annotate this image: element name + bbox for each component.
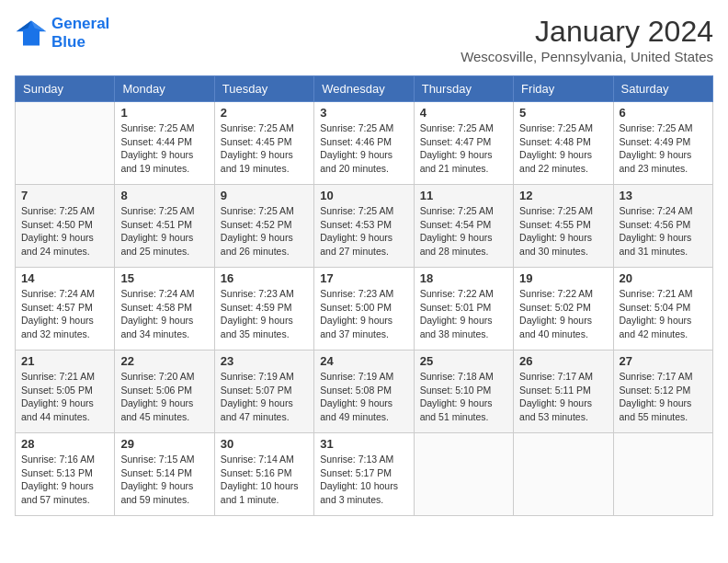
daylight-hours: Daylight: 9 hours and 47 minutes.: [221, 396, 308, 423]
daylight-hours: Daylight: 9 hours and 53 minutes.: [519, 396, 607, 423]
sunrise: Sunrise: 7:25 AM: [519, 204, 607, 218]
sunrise: Sunrise: 7:18 AM: [420, 370, 507, 384]
daylight-hours: Daylight: 9 hours and 19 minutes.: [221, 148, 308, 175]
location: Wescosville, Pennsylvania, United States: [461, 49, 713, 64]
sunrise: Sunrise: 7:25 AM: [420, 204, 507, 218]
sunrise: Sunrise: 7:25 AM: [320, 204, 407, 218]
daylight-hours: Daylight: 9 hours and 21 minutes.: [420, 148, 507, 175]
calendar-cell: 2Sunrise: 7:25 AMSunset: 4:45 PMDaylight…: [214, 102, 313, 185]
day-info: Sunrise: 7:13 AMSunset: 5:17 PMDaylight:…: [320, 453, 407, 507]
sunset: Sunset: 5:16 PM: [221, 466, 308, 480]
calendar-cell: 5Sunrise: 7:25 AMSunset: 4:48 PMDaylight…: [514, 102, 613, 185]
day-info: Sunrise: 7:17 AMSunset: 5:11 PMDaylight:…: [519, 370, 607, 424]
sunrise: Sunrise: 7:25 AM: [120, 204, 208, 218]
day-number: 21: [21, 354, 108, 368]
calendar-week-1: 1Sunrise: 7:25 AMSunset: 4:44 PMDaylight…: [16, 102, 713, 185]
day-info: Sunrise: 7:24 AMSunset: 4:56 PMDaylight:…: [620, 204, 707, 259]
daylight-hours: Daylight: 9 hours and 45 minutes.: [120, 396, 208, 423]
sunset: Sunset: 5:04 PM: [620, 301, 707, 315]
sunset: Sunset: 4:46 PM: [320, 135, 407, 149]
day-info: Sunrise: 7:25 AMSunset: 4:54 PMDaylight:…: [420, 204, 507, 259]
sunrise: Sunrise: 7:25 AM: [221, 204, 308, 218]
calendar-cell: 4Sunrise: 7:25 AMSunset: 4:47 PMDaylight…: [414, 102, 513, 185]
sunset: Sunset: 5:02 PM: [519, 301, 607, 315]
calendar-cell: 1Sunrise: 7:25 AMSunset: 4:44 PMDaylight…: [115, 102, 214, 185]
sunset: Sunset: 5:05 PM: [21, 384, 108, 397]
day-number: 8: [120, 189, 208, 202]
sunset: Sunset: 5:17 PM: [320, 466, 407, 480]
sunrise: Sunrise: 7:16 AM: [21, 453, 108, 466]
day-info: Sunrise: 7:19 AMSunset: 5:07 PMDaylight:…: [221, 370, 308, 424]
daylight-hours: Daylight: 9 hours and 20 minutes.: [320, 148, 407, 175]
daylight-hours: Daylight: 9 hours and 22 minutes.: [519, 148, 607, 175]
day-number: 26: [519, 354, 607, 368]
day-info: Sunrise: 7:19 AMSunset: 5:08 PMDaylight:…: [320, 370, 407, 424]
sunset: Sunset: 5:12 PM: [620, 384, 707, 397]
day-number: 12: [519, 189, 607, 202]
day-number: 16: [221, 271, 308, 285]
sunrise: Sunrise: 7:22 AM: [519, 287, 607, 301]
sunset: Sunset: 4:53 PM: [320, 218, 407, 232]
calendar-cell: 30Sunrise: 7:14 AMSunset: 5:16 PMDayligh…: [214, 433, 313, 516]
sunrise: Sunrise: 7:15 AM: [120, 453, 208, 466]
sunrise: Sunrise: 7:25 AM: [221, 121, 308, 135]
day-number: 29: [120, 437, 208, 451]
day-info: Sunrise: 7:25 AMSunset: 4:50 PMDaylight:…: [21, 204, 108, 259]
day-info: Sunrise: 7:25 AMSunset: 4:45 PMDaylight:…: [221, 121, 308, 176]
day-number: 5: [519, 106, 607, 120]
logo: General Blue: [15, 15, 109, 52]
sunset: Sunset: 4:52 PM: [221, 218, 308, 232]
sunset: Sunset: 5:06 PM: [120, 384, 208, 397]
sunset: Sunset: 5:00 PM: [320, 301, 407, 315]
day-number: 25: [420, 354, 507, 368]
sunset: Sunset: 5:13 PM: [21, 466, 108, 480]
calendar-cell: 23Sunrise: 7:19 AMSunset: 5:07 PMDayligh…: [214, 350, 313, 433]
weekday-header-tuesday: Tuesday: [214, 76, 313, 102]
weekday-header-sunday: Sunday: [16, 76, 115, 102]
sunset: Sunset: 4:56 PM: [620, 218, 707, 232]
day-info: Sunrise: 7:21 AMSunset: 5:04 PMDaylight:…: [620, 287, 707, 341]
calendar-cell: 11Sunrise: 7:25 AMSunset: 4:54 PMDayligh…: [414, 185, 513, 268]
sunset: Sunset: 5:14 PM: [120, 466, 208, 480]
calendar-cell: 17Sunrise: 7:23 AMSunset: 5:00 PMDayligh…: [314, 268, 414, 350]
calendar-cell: 15Sunrise: 7:24 AMSunset: 4:58 PMDayligh…: [115, 268, 214, 350]
day-info: Sunrise: 7:25 AMSunset: 4:44 PMDaylight:…: [120, 121, 208, 176]
calendar-cell: 13Sunrise: 7:24 AMSunset: 4:56 PMDayligh…: [613, 185, 712, 268]
daylight-hours: Daylight: 10 hours and 1 minute.: [221, 479, 308, 506]
day-info: Sunrise: 7:25 AMSunset: 4:51 PMDaylight:…: [120, 204, 208, 259]
month-title: January 2024: [461, 15, 713, 49]
day-info: Sunrise: 7:22 AMSunset: 5:01 PMDaylight:…: [420, 287, 507, 341]
daylight-hours: Daylight: 9 hours and 23 minutes.: [620, 148, 707, 175]
day-info: Sunrise: 7:23 AMSunset: 5:00 PMDaylight:…: [320, 287, 407, 341]
sunrise: Sunrise: 7:19 AM: [221, 370, 308, 384]
daylight-hours: Daylight: 9 hours and 59 minutes.: [120, 479, 208, 506]
daylight-hours: Daylight: 9 hours and 49 minutes.: [320, 396, 407, 423]
day-info: Sunrise: 7:25 AMSunset: 4:46 PMDaylight:…: [320, 121, 407, 176]
day-info: Sunrise: 7:20 AMSunset: 5:06 PMDaylight:…: [120, 370, 208, 424]
calendar-table: SundayMondayTuesdayWednesdayThursdayFrid…: [15, 75, 713, 516]
sunrise: Sunrise: 7:24 AM: [120, 287, 208, 301]
day-number: 24: [320, 354, 407, 368]
day-number: 22: [120, 354, 208, 368]
day-info: Sunrise: 7:25 AMSunset: 4:48 PMDaylight:…: [519, 121, 607, 176]
weekday-header-wednesday: Wednesday: [314, 76, 414, 102]
daylight-hours: Daylight: 9 hours and 32 minutes.: [21, 314, 108, 340]
sunrise: Sunrise: 7:23 AM: [221, 287, 308, 301]
day-number: 1: [120, 106, 208, 120]
sunrise: Sunrise: 7:13 AM: [320, 453, 407, 466]
day-number: 14: [21, 271, 108, 285]
day-number: 15: [120, 271, 208, 285]
sunrise: Sunrise: 7:17 AM: [620, 370, 707, 384]
calendar-cell: 20Sunrise: 7:21 AMSunset: 5:04 PMDayligh…: [613, 268, 712, 350]
day-info: Sunrise: 7:24 AMSunset: 4:57 PMDaylight:…: [21, 287, 108, 341]
daylight-hours: Daylight: 9 hours and 19 minutes.: [120, 148, 208, 175]
daylight-hours: Daylight: 9 hours and 55 minutes.: [620, 396, 707, 423]
day-info: Sunrise: 7:25 AMSunset: 4:55 PMDaylight:…: [519, 204, 607, 259]
weekday-header-monday: Monday: [115, 76, 214, 102]
day-info: Sunrise: 7:14 AMSunset: 5:16 PMDaylight:…: [221, 453, 308, 507]
calendar-week-2: 7Sunrise: 7:25 AMSunset: 4:50 PMDaylight…: [16, 185, 713, 268]
day-info: Sunrise: 7:25 AMSunset: 4:52 PMDaylight:…: [221, 204, 308, 259]
sunrise: Sunrise: 7:21 AM: [21, 370, 108, 384]
day-number: 7: [21, 189, 108, 202]
calendar-cell: [414, 433, 513, 516]
